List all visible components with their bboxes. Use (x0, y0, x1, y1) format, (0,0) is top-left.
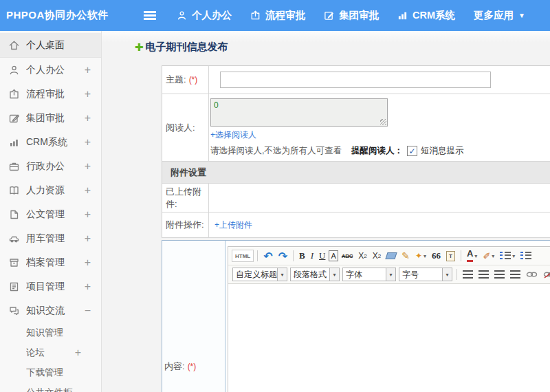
operation-label-cell: 附件操作: (162, 213, 209, 237)
nav-item-workflow-approval[interactable]: 流程审批 (250, 9, 305, 22)
char-border-button[interactable]: A (329, 250, 338, 261)
align-center-button[interactable] (476, 268, 491, 281)
readers-textarea[interactable]: 0 (210, 98, 388, 127)
sidebar-item-personal-desktop[interactable]: 个人桌面 (0, 33, 101, 58)
expand-plus[interactable]: + (85, 232, 93, 245)
collapse-minus[interactable]: − (85, 305, 93, 317)
expand-plus[interactable]: + (85, 64, 93, 76)
strikethrough-button[interactable]: ABC (340, 249, 355, 263)
link-icon (526, 270, 538, 279)
page-title-text: 电子期刊信息发布 (146, 41, 228, 54)
blockquote-button[interactable]: 66 (430, 249, 443, 263)
font-name-select[interactable]: 字体 ▾ (342, 268, 396, 281)
highlight-color-button[interactable]: ✐▾ (481, 249, 496, 263)
operation-label: 附件操作: (166, 219, 204, 231)
expand-plus[interactable]: + (85, 208, 93, 221)
underline-button[interactable]: U (317, 249, 327, 263)
sidebar-item-admin-office[interactable]: 行政办公 + (0, 154, 101, 178)
caret-down-icon: ▾ (474, 253, 477, 259)
plain-paste-button[interactable]: T (444, 249, 457, 263)
html-source-button[interactable]: HTML (232, 250, 254, 262)
align-justify-button[interactable] (508, 268, 522, 281)
sidebar-subitem-public-file-cabinet[interactable]: 公共文件柜 (0, 382, 101, 392)
heading-select-value: 自定义标题 (232, 268, 278, 281)
sidebar-item-workflow-approval[interactable]: 流程审批 + (0, 82, 101, 106)
readers-value-cell: 0 +选择阅读人 请选择阅读人,不选为所有人可查看 提醒阅读人： ✓ 短消息提示 (209, 94, 550, 161)
sidebar-subitem-knowledge-management[interactable]: 知识管理 (0, 323, 101, 342)
font-size-select[interactable]: 字号 ▾ (399, 268, 452, 281)
caret-down-icon: ▾ (278, 268, 287, 281)
subscript-base: X (373, 251, 378, 261)
superscript-button[interactable]: X2 (356, 249, 368, 263)
expand-plus[interactable]: + (85, 136, 93, 149)
remove-format-button[interactable] (384, 249, 398, 263)
expand-plus[interactable]: + (75, 347, 93, 359)
paragraph-format-select[interactable]: 段落格式 ▾ (290, 268, 340, 281)
remove-link-button[interactable] (541, 268, 550, 281)
readers-label-cell: 阅读人: (162, 94, 209, 161)
sidebar-item-label: 行政办公 (26, 160, 85, 173)
sidebar-item-label: 个人桌面 (26, 39, 91, 52)
upload-attachment-link[interactable]: +上传附件 (214, 219, 252, 231)
ordered-list-icon (500, 252, 511, 261)
align-left-button[interactable] (461, 268, 475, 281)
required-mark: (*) (189, 75, 198, 85)
heading-select[interactable]: 自定义标题 ▾ (232, 268, 287, 281)
sidebar-item-label: 用车管理 (26, 232, 85, 245)
italic-button[interactable]: I (309, 249, 316, 263)
font-color-button[interactable]: A▾ (465, 249, 479, 263)
ordered-list-button[interactable]: ▾ (498, 249, 517, 263)
insert-link-button[interactable] (524, 268, 540, 281)
undo-icon[interactable]: ↶ (261, 249, 274, 263)
sidebar-item-group-approval[interactable]: 集团审批 + (0, 106, 101, 130)
sidebar-item-project-management[interactable]: 项目管理 + (0, 274, 101, 298)
sidebar-item-personal-office[interactable]: 个人办公 + (0, 58, 101, 82)
nav-label: 集团审批 (339, 9, 379, 22)
align-right-icon (494, 270, 505, 279)
expand-plus[interactable]: + (85, 112, 93, 124)
sms-checkbox[interactable]: ✓ (407, 146, 417, 156)
select-readers-link[interactable]: +选择阅读人 (210, 129, 256, 141)
subject-value-cell (209, 66, 550, 94)
sidebar-item-crm-system[interactable]: CRM系统 + (0, 130, 101, 154)
readers-label: 阅读人: (166, 122, 195, 134)
align-right-button[interactable] (492, 268, 507, 281)
nav-item-personal-office[interactable]: 个人办公 (177, 9, 232, 22)
chart-icon (8, 137, 20, 148)
expand-plus[interactable]: + (85, 88, 93, 100)
bold-button[interactable]: B (297, 249, 307, 263)
nav-item-group-approval[interactable]: 集团审批 (324, 9, 379, 22)
unordered-list-icon (520, 252, 531, 261)
sidebar-item-label: 流程审批 (26, 88, 85, 100)
sidebar-item-document-management[interactable]: 公文管理 + (0, 202, 101, 226)
sidebar-item-archive-management[interactable]: 档案管理 + (0, 250, 101, 274)
unordered-list-button[interactable] (518, 249, 534, 263)
quick-format-button[interactable]: ✦▾ (413, 249, 428, 263)
subscript-button[interactable]: X2 (371, 249, 383, 263)
nav-label: CRM系统 (412, 9, 455, 22)
nav-item-crm-system[interactable]: CRM系统 (397, 9, 455, 22)
expand-plus[interactable]: + (85, 184, 93, 197)
sidebar-item-human-resources[interactable]: 人力资源 + (0, 178, 101, 202)
expand-plus[interactable]: + (85, 257, 93, 269)
hamburger-menu-icon[interactable] (144, 11, 156, 20)
align-center-icon (478, 270, 489, 279)
subscript-mark: 2 (378, 253, 381, 259)
sidebar-item-vehicle-management[interactable]: 用车管理 + (0, 226, 101, 250)
expand-plus[interactable]: + (85, 160, 93, 173)
sidebar-subitem-download-management[interactable]: 下载管理 (0, 362, 101, 382)
editor-content-area[interactable] (228, 284, 550, 392)
nav-item-more-apps[interactable]: 更多应用 ▼ (474, 9, 525, 22)
sidebar-item-knowledge-exchange[interactable]: 知识交流 − (0, 298, 101, 323)
toolbar-separator (461, 250, 461, 261)
green-plus-icon: ✚ (135, 41, 144, 54)
attachment-section-header: 附件设置 (162, 162, 550, 184)
format-brush-icon[interactable]: ✎ (399, 249, 412, 263)
sidebar-subitem-forum[interactable]: 论坛 + (0, 342, 101, 362)
align-justify-icon (510, 270, 520, 279)
content-row: 内容: (*) HTML ↶ ↷ B I U A ABC X2 X2 (162, 240, 550, 392)
attachment-operation-row: 附件操作: +上传附件 (162, 213, 550, 238)
subject-input[interactable] (220, 72, 491, 88)
redo-icon[interactable]: ↷ (276, 249, 289, 263)
expand-plus[interactable]: + (85, 281, 93, 293)
